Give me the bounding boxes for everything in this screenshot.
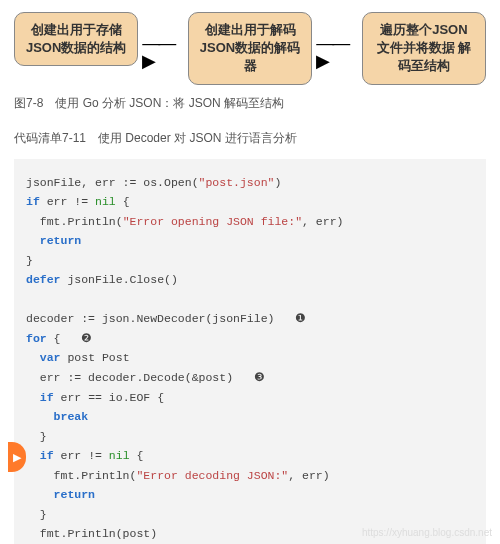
flow-diagram: 创建出用于存储 JSON数据的结构 ——▶ 创建出用于解码 JSON数据的解码器… <box>14 12 486 85</box>
code-text: { <box>116 195 130 208</box>
code-text: { ❷ <box>47 332 93 345</box>
code-text <box>26 449 40 462</box>
arrow-icon: ——▶ <box>316 34 358 70</box>
code-keyword: if <box>26 195 40 208</box>
diagram-box-2: 创建出用于解码 JSON数据的解码器 <box>188 12 312 85</box>
code-text: post Post <box>61 351 130 364</box>
code-string: "post.json" <box>199 176 275 189</box>
code-text <box>26 351 40 364</box>
code-block: jsonFile, err := os.Open("post.json") if… <box>14 159 486 544</box>
code-text: fmt.Println( <box>26 469 136 482</box>
code-text: fmt.Println(post) <box>26 527 157 540</box>
figure-caption: 图7-8 使用 Go 分析 JSON：将 JSON 解码至结构 <box>14 95 486 112</box>
code-text: } <box>26 508 47 521</box>
code-text <box>26 410 54 423</box>
code-keyword: if <box>40 449 54 462</box>
code-keyword: break <box>54 410 89 423</box>
diagram-box-1: 创建出用于存储 JSON数据的结构 <box>14 12 138 66</box>
code-text <box>26 391 40 404</box>
code-text: ) <box>274 176 281 189</box>
code-text: , err) <box>302 215 343 228</box>
code-text: jsonFile.Close() <box>61 273 178 286</box>
code-text: , err) <box>288 469 329 482</box>
watermark-text: https://xyhuang.blog.csdn.net <box>362 527 492 538</box>
code-string: "Error decoding JSON:" <box>136 469 288 482</box>
code-text: jsonFile, err := os.Open( <box>26 176 199 189</box>
code-string: "Error opening JSON file:" <box>123 215 302 228</box>
code-text: } <box>26 254 33 267</box>
code-keyword: defer <box>26 273 61 286</box>
code-literal: nil <box>109 449 130 462</box>
code-keyword: if <box>40 391 54 404</box>
code-text: err != <box>54 449 109 462</box>
diagram-box-3: 遍历整个JSON 文件并将数据 解码至结构 <box>362 12 486 85</box>
code-text: { <box>130 449 144 462</box>
code-text: decoder := json.NewDecoder(jsonFile) ❶ <box>26 312 306 325</box>
code-text: err := decoder.Decode(&post) ❸ <box>26 371 265 384</box>
code-text: } <box>26 430 47 443</box>
code-literal: nil <box>95 195 116 208</box>
listing-title: 代码清单7-11 使用 Decoder 对 JSON 进行语言分析 <box>14 130 486 147</box>
code-text: fmt.Println( <box>26 215 123 228</box>
code-text <box>26 234 40 247</box>
code-text <box>26 488 54 501</box>
code-text: err != <box>40 195 95 208</box>
arrow-icon: ——▶ <box>142 34 184 70</box>
code-keyword: return <box>54 488 95 501</box>
code-text: err == io.EOF { <box>54 391 164 404</box>
code-keyword: for <box>26 332 47 345</box>
code-keyword: return <box>40 234 81 247</box>
code-keyword: var <box>40 351 61 364</box>
